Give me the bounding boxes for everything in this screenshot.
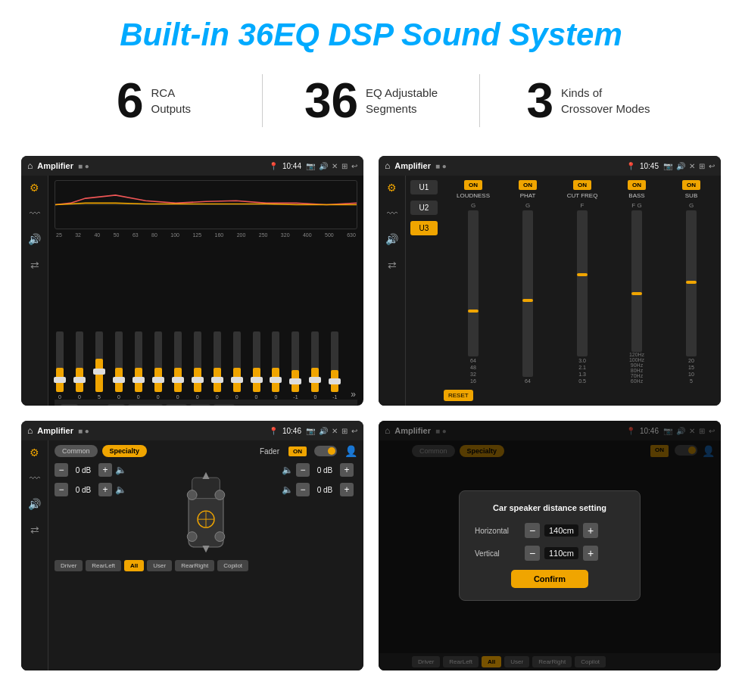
fader-crossfade-icon[interactable]: ⇄ — [30, 524, 39, 536]
crossover-speaker-icon[interactable]: 🔊 — [385, 233, 398, 245]
horizontal-minus-btn[interactable]: − — [525, 523, 540, 538]
next-btn[interactable]: ▶ — [108, 404, 125, 406]
home-icon: ⌂ — [27, 160, 33, 171]
eq-filter-icon[interactable]: ⚙ — [30, 182, 39, 194]
slider-1[interactable]: 0 — [56, 331, 64, 400]
feature-rca: 6 RCA Outputs — [45, 76, 262, 125]
home-icon-3: ⌂ — [27, 425, 33, 436]
screen-icon-2: ⊞ — [699, 162, 705, 170]
slider-13[interactable]: -1 — [292, 331, 299, 400]
eq-wave-icon[interactable]: 〰 — [30, 207, 40, 219]
loudness-on-btn[interactable]: ON — [464, 180, 482, 190]
u3-channel-btn[interactable]: U3 — [410, 221, 438, 235]
slider-11[interactable]: 0 — [253, 331, 260, 400]
crossover-reset-btn[interactable]: RESET — [444, 390, 473, 401]
rear-right-minus[interactable]: − — [296, 483, 310, 496]
volume-icon-2: 🔊 — [676, 162, 685, 170]
horizontal-plus-btn[interactable]: + — [583, 523, 598, 538]
fader-wave-icon[interactable]: 〰 — [30, 472, 40, 484]
loudness-label: LOUDNESS — [457, 192, 490, 199]
slider-7[interactable]: 0 — [174, 331, 182, 400]
vertical-plus-btn[interactable]: + — [583, 546, 598, 561]
bass-label: BASS — [628, 192, 644, 199]
front-right-minus[interactable]: − — [296, 463, 310, 477]
camera-icon-2: 📷 — [663, 162, 672, 170]
eq-crossfade-icon[interactable]: ⇄ — [30, 259, 39, 271]
profile-icon[interactable]: 👤 — [344, 445, 357, 457]
common-tab-btn[interactable]: Common — [55, 445, 98, 457]
rear-right-control: 🔈 − 0 dB + — [282, 483, 357, 496]
u1-channel-btn[interactable]: U1 — [410, 180, 438, 194]
slider-14[interactable]: 0 — [311, 331, 319, 400]
u2-channel-btn[interactable]: U2 — [410, 201, 438, 215]
crossover-filter-icon[interactable]: ⚙ — [387, 182, 397, 194]
close-icon-3: ✕ — [332, 427, 338, 435]
slider-9[interactable]: 0 — [214, 331, 221, 400]
back-icon-3: ↩ — [351, 427, 357, 435]
svg-marker-10 — [202, 472, 209, 479]
cutfreq-on-btn[interactable]: ON — [573, 180, 591, 190]
slider-4[interactable]: 0 — [115, 331, 123, 400]
rear-right-btn[interactable]: RearRight — [175, 560, 214, 571]
eq-text: EQ Adjustable Segments — [366, 85, 438, 117]
sub-on-btn[interactable]: ON — [682, 180, 700, 190]
loudness-slider[interactable] — [468, 210, 479, 356]
vertical-minus-btn[interactable]: − — [525, 546, 540, 561]
confirm-button[interactable]: Confirm — [511, 570, 588, 588]
slider-6[interactable]: 0 — [154, 331, 162, 400]
back-icon-2: ↩ — [709, 162, 715, 170]
u-buttons: U1 U2 U3 — [410, 180, 438, 384]
crossover-wave-icon[interactable]: 〰 — [387, 207, 398, 219]
eq-sidebar: ⚙ 〰 🔊 ⇄ — [21, 176, 48, 406]
slider-10[interactable]: 0 — [233, 331, 241, 400]
front-right-speaker-icon: 🔈 — [282, 465, 293, 475]
front-right-plus[interactable]: + — [340, 463, 354, 477]
vertical-value: 110cm — [544, 547, 578, 559]
eq-main: ⚙ 〰 🔊 ⇄ 25 32 40 50 63 — [21, 176, 363, 406]
user-btn[interactable]: User — [147, 560, 172, 571]
sub-slider[interactable] — [686, 210, 697, 356]
bass-col: ON BASS F G 120Hz 100Hz 90Hz 80Hz 70Hz 6… — [612, 180, 662, 384]
distance-dialog: Car speaker distance setting Horizontal … — [459, 490, 641, 601]
driver-btn[interactable]: Driver — [55, 560, 83, 571]
bass-on-btn[interactable]: ON — [628, 180, 646, 190]
rear-left-plus[interactable]: + — [98, 483, 112, 496]
sub-label: SUB — [685, 192, 697, 199]
phat-on-btn[interactable]: ON — [519, 180, 537, 190]
rear-right-plus[interactable]: + — [340, 483, 354, 496]
copilot-btn[interactable]: Copilot — [217, 560, 248, 571]
all-btn[interactable]: All — [124, 560, 144, 571]
slider-2[interactable]: 0 — [76, 331, 83, 400]
rear-left-minus[interactable]: − — [55, 483, 68, 496]
u2-btn[interactable]: U2 — [190, 404, 211, 406]
reset-btn[interactable]: RESET — [128, 404, 163, 406]
dialog-screen-card: ⌂ Amplifier ■ ● 📍 10:46 📷 🔊 ✕ ⊞ ↩ Common… — [379, 421, 721, 670]
more-sliders-icon[interactable]: » — [351, 389, 356, 400]
horizontal-value: 140cm — [544, 524, 578, 537]
dialog-overlay: Car speaker distance setting Horizontal … — [379, 421, 721, 670]
freq-labels: 25 32 40 50 63 80 100 125 160 200 250 32… — [55, 232, 357, 238]
svg-point-8 — [187, 532, 197, 542]
fader-speaker-icon[interactable]: 🔊 — [28, 498, 41, 510]
slider-3[interactable]: 5 — [95, 331, 103, 400]
crossover-main: ⚙ 〰 🔊 ⇄ U1 U2 U3 ON — [379, 176, 721, 406]
cutfreq-slider[interactable] — [577, 210, 588, 356]
phat-slider[interactable] — [522, 210, 533, 377]
bass-slider[interactable] — [631, 210, 642, 352]
slider-15[interactable]: -1 — [331, 331, 338, 400]
eq-speaker-icon[interactable]: 🔊 — [28, 233, 41, 245]
rear-left-btn[interactable]: RearLeft — [86, 560, 121, 571]
u3-btn[interactable]: U3 — [214, 404, 235, 406]
u1-btn[interactable]: U1 — [166, 404, 187, 406]
front-left-plus[interactable]: + — [98, 463, 112, 477]
specialty-tab-btn[interactable]: Specialty — [102, 445, 148, 457]
front-left-minus[interactable]: − — [55, 463, 68, 477]
prev-btn[interactable]: ◀ — [61, 404, 78, 406]
slider-8[interactable]: 0 — [194, 331, 201, 400]
crossover-crossfade-icon[interactable]: ⇄ — [388, 259, 397, 271]
front-left-value: 0 dB — [71, 466, 95, 474]
slider-5[interactable]: 0 — [135, 331, 142, 400]
fader-filter-icon[interactable]: ⚙ — [30, 446, 39, 459]
camera-icon: 📷 — [306, 162, 315, 170]
slider-12[interactable]: 0 — [272, 331, 279, 400]
